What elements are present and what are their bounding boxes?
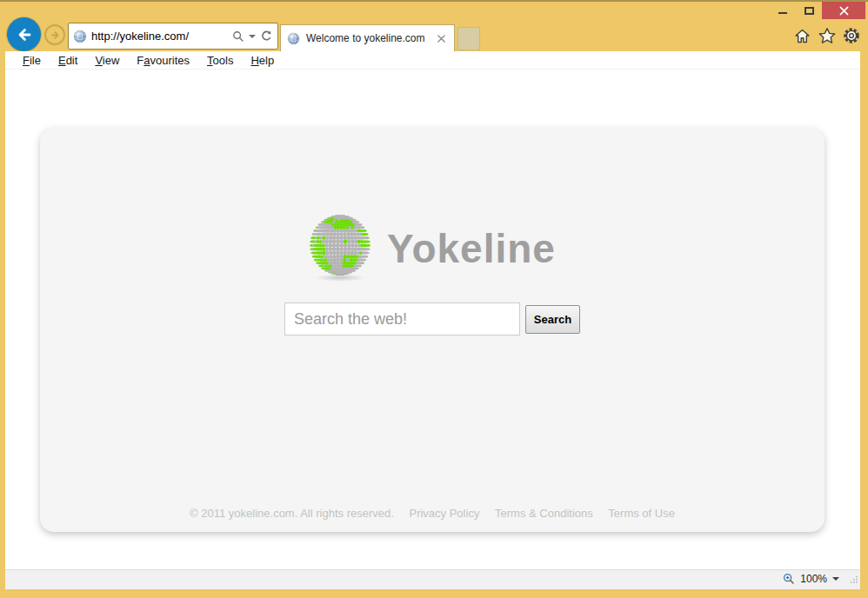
address-search-icon[interactable] [232,30,244,43]
tab-welcome-yokeline[interactable]: Welcome to yokeline.com [280,24,455,51]
tab-title: Welcome to yokeline.com [306,32,428,44]
page-footer: © 2011 yokeline.com. All rights reserved… [40,507,825,520]
gear-icon [842,26,861,45]
terms-conditions-link[interactable]: Terms & Conditions [495,507,593,520]
menu-help[interactable]: Help [242,54,283,67]
copyright-text: © 2011 yokeline.com. All rights reserved… [190,507,394,520]
menu-file[interactable]: File [14,54,50,67]
globe-shadow [315,274,365,282]
tab-favicon-icon [287,32,300,45]
logo: Yokeline [40,215,825,282]
zoom-level: 100% [800,573,827,585]
search-card: Yokeline Search © 2011 yokeline.com. All… [40,128,825,532]
star-icon [818,26,837,45]
menu-tools[interactable]: Tools [198,54,242,67]
search-button[interactable]: Search [525,305,580,334]
minimize-icon [778,12,787,14]
privacy-policy-link[interactable]: Privacy Policy [409,507,479,520]
address-dropdown-icon[interactable] [249,35,256,38]
minimize-button[interactable] [770,2,796,19]
settings-button[interactable] [840,25,862,46]
menu-view[interactable]: View [86,54,128,67]
search-input[interactable] [284,302,520,336]
browser-window: { "window": { "caption_buttons": { "mini… [0,0,868,598]
back-button[interactable] [7,17,41,51]
favorites-button[interactable] [816,25,838,46]
menu-bar: File Edit View Favourites Tools Help [5,51,860,70]
zoom-control[interactable]: 100% [783,573,839,585]
browser-toolbar-icons [791,25,862,46]
page-favicon-icon [73,30,87,43]
maximize-icon [805,7,814,15]
home-icon [793,27,811,45]
page-content: Yokeline Search © 2011 yokeline.com. All… [5,70,860,569]
menu-favourites[interactable]: Favourites [128,54,198,67]
forward-button[interactable] [44,24,65,45]
zoom-magnifier-icon [783,573,795,585]
arrow-left-icon [14,24,35,45]
title-bar: Welcome to yokeline.com [0,2,868,51]
close-icon [839,6,849,16]
globe-logo-icon [309,215,371,282]
zoom-dropdown-icon [832,577,839,581]
tab-close-icon[interactable] [434,31,448,45]
menu-edit[interactable]: Edit [50,54,86,67]
caption-buttons [770,2,865,19]
resize-grip[interactable] [849,572,858,588]
close-button[interactable] [822,2,865,19]
terms-of-use-link[interactable]: Terms of Use [608,507,675,520]
new-tab-button[interactable] [457,27,480,50]
refresh-icon[interactable] [260,30,273,43]
address-bar[interactable] [68,23,278,50]
arrow-right-icon [49,29,62,42]
status-bar: 100% [5,569,860,589]
maximize-button[interactable] [796,2,822,19]
brand-name: Yokeline [387,225,556,272]
home-button[interactable] [791,25,813,46]
search-form: Search [40,302,825,336]
url-input[interactable] [91,30,228,43]
